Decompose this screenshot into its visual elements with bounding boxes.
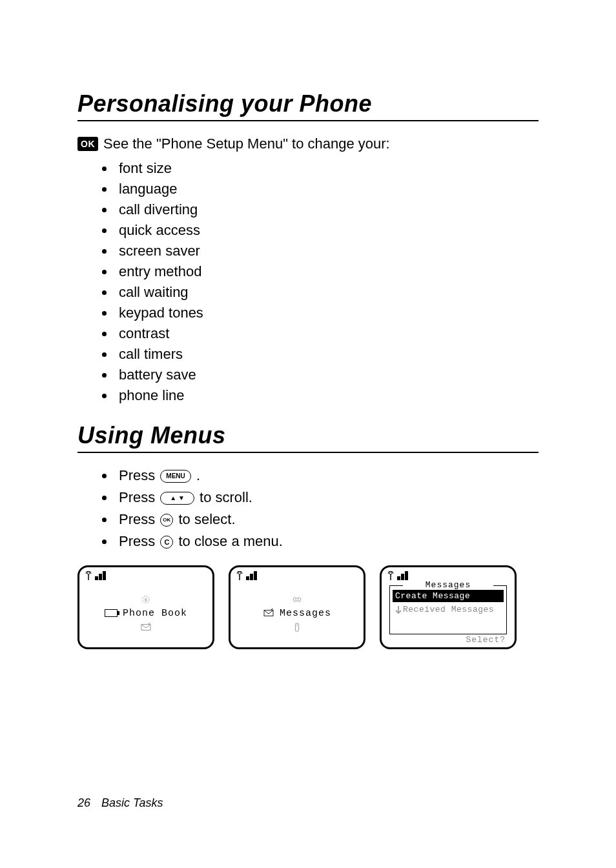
messages-box-title: Messages bbox=[403, 580, 493, 590]
list-item: language bbox=[115, 181, 539, 197]
list-item: entry method bbox=[115, 263, 539, 280]
ok-key-icon: OK bbox=[160, 514, 173, 527]
c-key-icon: C bbox=[160, 536, 173, 549]
list-item: Press MENU . bbox=[115, 467, 539, 484]
ok-icon: OK bbox=[77, 137, 98, 151]
step-text: . bbox=[196, 467, 200, 483]
svg-point-7 bbox=[296, 598, 299, 601]
svg-point-11 bbox=[389, 572, 392, 574]
scroll-key-icon: ▲ ▼ bbox=[160, 492, 194, 505]
messages-box: Messages Create Message Received Message… bbox=[389, 585, 507, 634]
phone-screen-1: B Phone Book bbox=[77, 565, 214, 649]
list-item: contrast bbox=[115, 325, 539, 342]
list-item: quick access bbox=[115, 222, 539, 239]
list-item: Press ▲ ▼ to scroll. bbox=[115, 489, 539, 506]
heading-rule-1 bbox=[77, 120, 539, 121]
phone-screens-row: B Phone Book Messages bbox=[77, 565, 539, 649]
step-text: to scroll. bbox=[200, 489, 252, 505]
phone-book-label: Phone Book bbox=[123, 608, 187, 619]
manual-page: Personalising your Phone OK See the "Pho… bbox=[0, 0, 616, 868]
received-messages-row: Received Messages bbox=[393, 603, 504, 616]
svg-point-0 bbox=[87, 572, 90, 574]
phone-screen-2: Messages bbox=[229, 565, 365, 649]
list-item: keypad tones bbox=[115, 305, 539, 321]
step-text: to close a menu. bbox=[178, 533, 282, 549]
step-text: to select. bbox=[178, 511, 235, 527]
menu-key-icon: MENU bbox=[160, 470, 190, 483]
envelope-icon bbox=[263, 609, 274, 618]
link-icon bbox=[291, 595, 303, 604]
heading-personalising: Personalising your Phone bbox=[77, 90, 539, 117]
intro-line: OK See the "Phone Setup Menu" to change … bbox=[77, 136, 539, 152]
chapter-name: Basic Tasks bbox=[101, 796, 163, 809]
list-item: call diverting bbox=[115, 201, 539, 218]
list-item: Press OK to select. bbox=[115, 511, 539, 528]
heading-rule-2 bbox=[77, 452, 539, 453]
down-arrow-icon bbox=[395, 606, 402, 614]
screen-body: B Phone Book bbox=[79, 583, 212, 643]
menu-steps-list: Press MENU . Press ▲ ▼ to scroll. Press … bbox=[77, 467, 539, 550]
step-text: Press bbox=[119, 533, 159, 549]
signal-icon bbox=[85, 571, 207, 580]
list-item: battery save bbox=[115, 367, 539, 383]
svg-text:B: B bbox=[145, 597, 147, 602]
screen-row: Phone Book bbox=[105, 608, 187, 619]
create-message-row: Create Message bbox=[393, 590, 504, 602]
signal-icon bbox=[236, 571, 358, 580]
screen-row: Messages bbox=[263, 608, 331, 619]
step-text: Press bbox=[119, 467, 159, 483]
list-item: screen saver bbox=[115, 243, 539, 259]
b-circle-icon: B bbox=[140, 595, 152, 604]
received-messages-label: Received Messages bbox=[403, 605, 494, 614]
page-number: 26 bbox=[77, 796, 90, 809]
svg-point-5 bbox=[238, 572, 241, 574]
screen-body: Messages bbox=[231, 583, 364, 643]
list-item: call waiting bbox=[115, 284, 539, 301]
step-text: Press bbox=[119, 511, 159, 527]
page-footer: 26 Basic Tasks bbox=[77, 796, 163, 810]
list-item: call timers bbox=[115, 346, 539, 363]
phone-screen-3: Messages Create Message Received Message… bbox=[380, 565, 517, 649]
envelope-icon bbox=[140, 623, 152, 632]
select-prompt: Select? bbox=[466, 635, 506, 645]
battery-icon bbox=[105, 609, 118, 617]
step-text: Press bbox=[119, 489, 159, 505]
signal-icon bbox=[387, 571, 509, 580]
phone-icon bbox=[291, 623, 303, 632]
heading-using-menus: Using Menus bbox=[77, 422, 539, 449]
list-item: font size bbox=[115, 160, 539, 177]
list-item: phone line bbox=[115, 387, 539, 404]
messages-label: Messages bbox=[280, 608, 331, 619]
setup-options-list: font size language call diverting quick … bbox=[77, 160, 539, 404]
intro-text: See the "Phone Setup Menu" to change you… bbox=[103, 136, 390, 152]
list-item: Press C to close a menu. bbox=[115, 533, 539, 550]
